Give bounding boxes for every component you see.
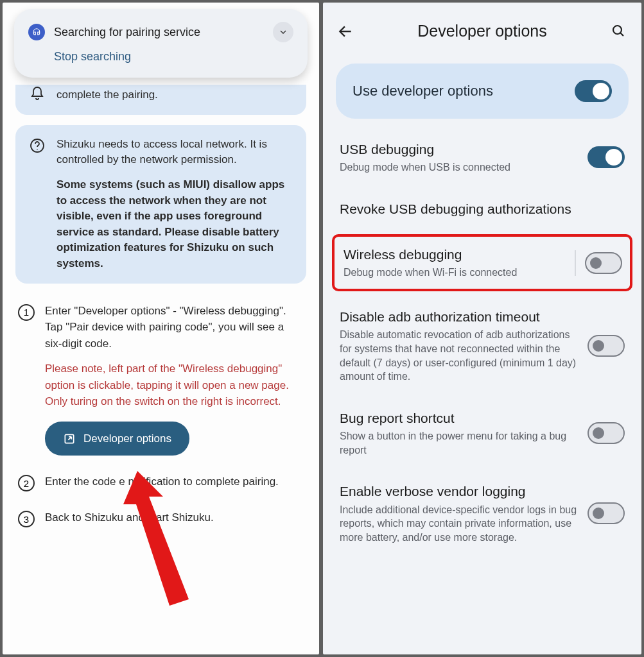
settings-header: Developer options (323, 3, 641, 48)
bug-report-sub: Show a button in the power menu for taki… (340, 429, 579, 457)
verbose-logging-row[interactable]: Enable verbose vendor logging Include ad… (323, 470, 641, 557)
usb-debugging-sub: Debug mode when USB is connected (340, 160, 579, 175)
usb-debugging-toggle[interactable] (587, 146, 625, 168)
stop-searching-link[interactable]: Stop searching (54, 50, 293, 64)
step-3-text: Back to Shizuku and start Shizuku. (45, 509, 214, 527)
verbose-logging-sub: Include additional device-specific vendo… (340, 503, 579, 545)
question-icon (30, 138, 45, 153)
arrow-left-icon (337, 23, 354, 40)
use-dev-toggle[interactable] (575, 80, 612, 102)
network-card-p2: Some systems (such as MIUI) disallow app… (57, 177, 293, 272)
wireless-debugging-row[interactable]: Wireless debugging Debug mode when Wi-Fi… (332, 234, 632, 291)
step-2: 2 Enter the code e notification to compl… (15, 465, 306, 500)
developer-options-button[interactable]: Developer options (45, 422, 189, 456)
chevron-down-icon (278, 27, 288, 37)
row-divider (575, 250, 576, 276)
adb-timeout-toggle[interactable] (587, 335, 625, 357)
bug-report-row[interactable]: Bug report shortcut Show a button in the… (323, 397, 641, 470)
use-developer-options-row[interactable]: Use developer options (336, 64, 629, 119)
open-external-icon (63, 432, 76, 445)
search-icon (611, 23, 626, 38)
pairing-status-card: Searching for pairing service Stop searc… (14, 9, 308, 78)
svg-line-6 (620, 33, 623, 36)
pairing-status-title: Searching for pairing service (54, 26, 273, 39)
wireless-debugging-sub: Debug mode when Wi-Fi is connected (344, 266, 557, 280)
search-button[interactable] (611, 23, 627, 40)
page-title: Developer options (354, 22, 611, 40)
collapse-button[interactable] (273, 22, 293, 42)
bell-card-line2: complete the pairing. (57, 87, 248, 103)
network-info-card: Shizuku needs to access local network. I… (15, 125, 306, 284)
step-1-note: Please note, left part of the "Wireless … (45, 361, 304, 410)
developer-options-screen: Developer options Use developer options … (323, 3, 641, 654)
revoke-usb-row[interactable]: Revoke USB debugging authorizations (323, 187, 641, 230)
wireless-debugging-toggle[interactable] (585, 252, 622, 274)
step-3-badge: 3 (18, 511, 35, 527)
verbose-logging-title: Enable verbose vendor logging (340, 482, 579, 500)
back-button[interactable] (337, 23, 354, 40)
network-card-p1: Shizuku needs to access local network. I… (57, 137, 293, 168)
adb-timeout-title: Disable adb authorization timeout (340, 308, 579, 325)
notification-info-card: A notification from Shizuku will help yo… (15, 85, 306, 115)
step-1: 1 Enter "Developer options" - "Wireless … (15, 294, 306, 465)
step-1-badge: 1 (18, 304, 35, 321)
svg-point-1 (37, 149, 38, 150)
step-1-text: Enter "Developer options" - "Wireless de… (45, 303, 304, 352)
adb-timeout-sub: Disable automatic revocation of adb auth… (340, 328, 579, 383)
step-2-text: Enter the code e notification to complet… (45, 474, 279, 491)
step-2-badge: 2 (18, 475, 35, 491)
adb-timeout-row[interactable]: Disable adb authorization timeout Disabl… (323, 295, 641, 397)
usb-debugging-title: USB debugging (340, 141, 579, 158)
bug-report-title: Bug report shortcut (340, 409, 579, 427)
bell-icon (30, 86, 45, 101)
verbose-logging-toggle[interactable] (587, 502, 625, 524)
revoke-usb-title: Revoke USB debugging authorizations (340, 200, 616, 218)
shizuku-app-screen: Searching for pairing service Stop searc… (3, 3, 319, 654)
step-3: 3 Back to Shizuku and start Shizuku. (15, 500, 306, 536)
usb-debugging-row[interactable]: USB debugging Debug mode when USB is con… (323, 128, 641, 187)
pairing-app-icon (28, 24, 45, 40)
use-dev-label: Use developer options (352, 83, 493, 99)
bug-report-toggle[interactable] (587, 422, 625, 444)
svg-point-5 (613, 26, 622, 34)
wireless-debugging-title: Wireless debugging (344, 246, 557, 263)
dev-button-label: Developer options (83, 431, 171, 447)
